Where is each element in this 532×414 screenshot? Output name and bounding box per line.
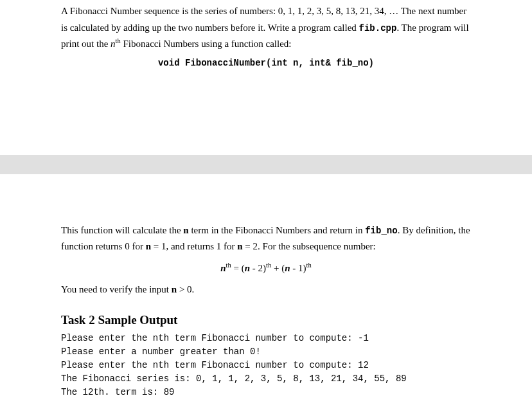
function-signature: void FibonacciNumber(int n, int& fib_no) (61, 56, 471, 71)
output-line-1: Please enter the nth term Fibonacci numb… (61, 333, 369, 343)
intro-paragraph: A Fibonacci Number sequence is the serie… (61, 3, 471, 53)
verify-text-a: You need to verify the input (61, 284, 172, 294)
verify-text-b: > 0. (177, 284, 194, 294)
formula-th1: th (226, 262, 231, 269)
formula-plus: + ( (271, 263, 285, 273)
intro-th: th (116, 37, 121, 44)
detail-n1: n (183, 225, 188, 235)
code-filename: fib.cpp (359, 23, 397, 33)
formula-n2: n (245, 263, 250, 273)
detail-text-e: = 2. For the subsequence number: (243, 241, 376, 251)
detail-text-a: This function will calculate the (61, 225, 183, 235)
intro-text-c: Fibonacci Numbers using a function calle… (121, 39, 292, 49)
output-line-4: The Fibonacci series is: 0, 1, 1, 2, 3, … (61, 374, 407, 384)
detail-paragraph: This function will calculate the n term … (61, 222, 471, 255)
verify-paragraph: You need to verify the input n > 0. (61, 282, 471, 298)
detail-block: This function will calculate the n term … (0, 219, 532, 410)
formula-th3: th (306, 262, 312, 269)
formula-m2: - 2) (250, 263, 266, 273)
sample-output-heading: Task 2 Sample Output (61, 310, 471, 330)
output-line-3: Please enter the nth term Fibonacci numb… (61, 360, 369, 370)
formula-m1: - 1) (290, 263, 306, 273)
output-line-2: Please enter a number greater than 0! (61, 346, 261, 357)
page-separator (0, 155, 532, 174)
formula-eq: = ( (231, 263, 245, 273)
output-line-5: The 12th. term is: 89 (61, 387, 174, 397)
code-fibno: fib_no (365, 226, 397, 236)
gap-above-separator (0, 84, 532, 155)
formula: nth = (n - 2)th + (n - 1)th (61, 260, 471, 277)
gap-below-separator (0, 174, 532, 219)
detail-text-d: = 1, and returns 1 for (151, 241, 237, 251)
intro-n: n (111, 39, 116, 49)
sample-output-block: Please enter the nth term Fibonacci numb… (61, 332, 471, 399)
formula-n3: n (285, 263, 290, 273)
formula-n: n (220, 263, 226, 273)
detail-text-b: term in the Fibonacci Numbers and return… (189, 225, 366, 235)
detail-n2: n (146, 241, 151, 251)
intro-block: A Fibonacci Number sequence is the serie… (0, 0, 532, 84)
detail-n3: n (237, 241, 242, 251)
verify-n: n (172, 284, 177, 294)
